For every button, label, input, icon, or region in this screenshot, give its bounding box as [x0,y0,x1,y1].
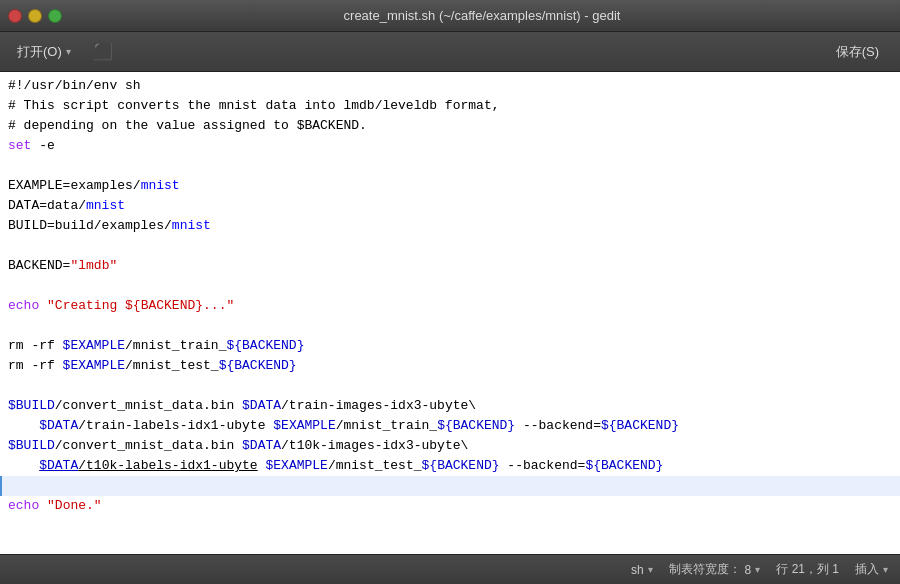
position-label: 行 21，列 1 [776,561,839,578]
save-button[interactable]: 保存(S) [823,38,892,66]
code-line-14: rm -rf $EXAMPLE/mnist_train_${BACKEND} [0,336,900,356]
language-label: sh [631,563,644,577]
editor[interactable]: #!/usr/bin/env sh # This script converts… [0,72,900,554]
code-line-11 [0,276,900,296]
maximize-button[interactable] [48,9,62,23]
code-line-19: $BUILD/convert_mnist_data.bin $DATA/t10k… [0,436,900,456]
code-line-21 [0,476,900,496]
code-line-1: #!/usr/bin/env sh [0,76,900,96]
code-line-10: BACKEND="lmdb" [0,256,900,276]
open-label: 打开(O) [17,43,62,61]
code-line-17: $BUILD/convert_mnist_data.bin $DATA/trai… [0,396,900,416]
open-chevron-icon: ▾ [66,46,71,57]
toolbar: 打开(O) ▾ ⬛ 保存(S) [0,32,900,72]
close-button[interactable] [8,9,22,23]
window-title: create_mnist.sh (~/caffe/examples/mnist)… [72,8,892,23]
insert-mode-label: 插入 [855,561,879,578]
bookmark-button[interactable]: ⬛ [84,37,122,66]
insert-mode-selector[interactable]: 插入 ▾ [855,561,888,578]
code-line-8: BUILD=build/examples/mnist [0,216,900,236]
cursor-position: 行 21，列 1 [776,561,839,578]
statusbar: sh ▾ 制表符宽度： 8 ▾ 行 21，列 1 插入 ▾ [0,554,900,584]
code-line-4: set -e [0,136,900,156]
tab-width-selector[interactable]: 制表符宽度： 8 ▾ [669,561,761,578]
code-line-20: $DATA/t10k-labels-idx1-ubyte $EXAMPLE/mn… [0,456,900,476]
code-line-6: EXAMPLE=examples/mnist [0,176,900,196]
tab-width-chevron-icon: ▾ [755,564,760,575]
code-line-5 [0,156,900,176]
window-buttons [8,9,62,23]
code-line-2: # This script converts the mnist data in… [0,96,900,116]
code-line-3: # depending on the value assigned to $BA… [0,116,900,136]
code-line-22: echo "Done." [0,496,900,516]
titlebar: create_mnist.sh (~/caffe/examples/mnist)… [0,0,900,32]
code-line-16 [0,376,900,396]
code-line-18: $DATA/train-labels-idx1-ubyte $EXAMPLE/m… [0,416,900,436]
tab-width-label: 制表符宽度： [669,561,741,578]
code-line-7: DATA=data/mnist [0,196,900,216]
open-button[interactable]: 打开(O) ▾ [8,38,80,66]
minimize-button[interactable] [28,9,42,23]
code-line-9 [0,236,900,256]
code-line-13 [0,316,900,336]
insert-mode-chevron-icon: ▾ [883,564,888,575]
bookmark-icon: ⬛ [93,43,113,60]
code-line-15: rm -rf $EXAMPLE/mnist_test_${BACKEND} [0,356,900,376]
tab-width-value: 8 [745,563,752,577]
code-line-12: echo "Creating ${BACKEND}..." [0,296,900,316]
language-selector[interactable]: sh ▾ [631,563,653,577]
language-chevron-icon: ▾ [648,564,653,575]
